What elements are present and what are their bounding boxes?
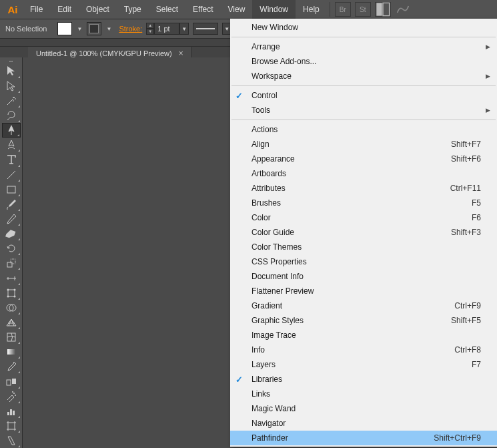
tool-eyedropper[interactable] — [2, 359, 21, 374]
stroke-weight-stepper[interactable]: ▲ ▼ 1 pt ▼ — [146, 23, 189, 35]
fill-swatch[interactable] — [57, 22, 72, 35]
tool-selection[interactable] — [2, 63, 21, 78]
menu-item-color-themes[interactable]: Color Themes — [230, 240, 497, 254]
menu-file[interactable]: File — [23, 0, 50, 19]
stroke-profile[interactable] — [193, 23, 218, 35]
menu-object[interactable]: Object — [79, 0, 117, 19]
menu-item-links[interactable]: Links — [230, 387, 497, 401]
menu-item-align[interactable]: AlignShift+F7 — [230, 137, 497, 152]
menu-item-label: Graphic Styles — [252, 316, 451, 325]
menu-item-shortcut: Ctrl+F9 — [454, 301, 481, 310]
tool-column-graph[interactable] — [2, 404, 21, 419]
close-icon[interactable]: × — [179, 49, 183, 58]
tool-symbol-sprayer[interactable] — [2, 389, 21, 404]
tool-magic-wand[interactable] — [2, 93, 21, 108]
menu-edit[interactable]: Edit — [50, 0, 79, 19]
menu-item-tools[interactable]: Tools▶ — [230, 103, 497, 118]
stroke-label[interactable]: Stroke: — [119, 25, 142, 33]
menu-item-artboards[interactable]: Artboards — [230, 166, 497, 181]
menu-item-control[interactable]: ✓Control — [230, 88, 497, 103]
menu-item-image-trace[interactable]: Image Trace — [230, 328, 497, 343]
svg-rect-14 — [7, 333, 15, 341]
tool-line[interactable] — [2, 168, 21, 182]
menu-item-label: New Window — [252, 23, 481, 32]
menu-effect[interactable]: Effect — [185, 0, 220, 19]
tool-type[interactable] — [2, 152, 21, 167]
menu-item-label: Libraries — [252, 375, 481, 384]
arrange-documents-icon[interactable] — [375, 2, 391, 17]
svg-point-10 — [7, 295, 9, 297]
menu-item-label: Gradient — [252, 301, 454, 310]
tool-rectangle[interactable] — [2, 182, 21, 197]
tool-curvature[interactable] — [2, 138, 21, 152]
menu-item-libraries[interactable]: ✓Libraries — [230, 372, 497, 387]
check-icon: ✓ — [235, 375, 243, 385]
check-icon: ✓ — [235, 91, 243, 101]
menu-item-layers[interactable]: LayersF7 — [230, 357, 497, 372]
chevron-down-icon[interactable]: ▼ — [179, 23, 189, 35]
chevron-down-icon[interactable]: ▼ — [76, 26, 83, 32]
menu-type[interactable]: Type — [117, 0, 149, 19]
menu-item-browse-add-ons-[interactable]: Browse Add-ons... — [230, 54, 497, 69]
menu-select[interactable]: Select — [149, 0, 185, 19]
tool-pencil[interactable] — [2, 212, 21, 226]
tool-artboard[interactable] — [2, 419, 21, 433]
menu-item-flattener-preview[interactable]: Flattener Preview — [230, 284, 497, 298]
tool-blend[interactable] — [2, 374, 21, 389]
tool-width[interactable] — [2, 270, 21, 285]
tool-gradient[interactable] — [2, 345, 21, 359]
tool-mesh[interactable] — [2, 330, 21, 345]
stepper-down-icon[interactable]: ▼ — [146, 29, 154, 35]
menu-item-pathfinder[interactable]: PathfinderShift+Ctrl+F9 — [230, 431, 497, 445]
menu-item-shortcut: Shift+F7 — [451, 140, 481, 149]
menu-item-appearance[interactable]: AppearanceShift+F6 — [230, 152, 497, 166]
menu-item-label: Tools — [252, 105, 481, 115]
tool-pen[interactable] — [2, 123, 21, 138]
menu-window[interactable]: Window — [252, 0, 296, 19]
stepper-up-icon[interactable]: ▲ — [146, 23, 154, 29]
svg-rect-22 — [10, 409, 12, 415]
menu-item-document-info[interactable]: Document Info — [230, 269, 497, 284]
tool-perspective-grid[interactable] — [2, 315, 21, 330]
menu-item-new-window[interactable]: New Window — [230, 20, 497, 35]
chevron-down-icon[interactable]: ▼ — [105, 26, 112, 32]
menu-item-workspace[interactable]: Workspace▶ — [230, 69, 497, 83]
stroke-swatch[interactable] — [87, 22, 101, 35]
menu-item-arrange[interactable]: Arrange▶ — [230, 39, 497, 54]
menu-item-color[interactable]: ColorF6 — [230, 210, 497, 225]
tool-shape-builder[interactable] — [2, 300, 21, 315]
menu-item-actions[interactable]: Actions — [230, 122, 497, 137]
tool-lasso[interactable] — [2, 108, 21, 123]
menu-help[interactable]: Help — [296, 0, 327, 19]
menu-item-label: Workspace — [252, 71, 481, 81]
tool-free-transform[interactable] — [2, 286, 21, 300]
tool-scale[interactable] — [2, 256, 21, 270]
gpu-preview-icon[interactable] — [395, 2, 411, 17]
tool-direct-selection[interactable] — [2, 79, 21, 93]
toolbox-grip[interactable] — [0, 59, 22, 63]
menu-view[interactable]: View — [221, 0, 253, 19]
tool-rotate[interactable] — [2, 241, 21, 256]
stroke-weight-value[interactable]: 1 pt — [154, 23, 179, 35]
menu-item-color-guide[interactable]: Color GuideShift+F3 — [230, 225, 497, 240]
tool-eraser[interactable] — [2, 226, 21, 241]
menu-item-label: Layers — [252, 360, 472, 369]
menu-item-label: Info — [252, 345, 454, 355]
tool-slice[interactable] — [2, 433, 21, 448]
menu-item-brushes[interactable]: BrushesF5 — [230, 196, 497, 210]
menu-item-graphic-styles[interactable]: Graphic StylesShift+F5 — [230, 313, 497, 328]
bridge-icon[interactable]: Br — [335, 2, 351, 17]
document-tab-label: Untitled-1 @ 100% (CMYK/GPU Preview) — [36, 49, 172, 57]
menu-item-attributes[interactable]: AttributesCtrl+F11 — [230, 181, 497, 196]
menu-item-magic-wand[interactable]: Magic Wand — [230, 401, 497, 416]
stock-icon[interactable]: St — [355, 2, 371, 17]
menu-item-css-properties[interactable]: CSS Properties — [230, 254, 497, 269]
menu-item-gradient[interactable]: GradientCtrl+F9 — [230, 298, 497, 313]
menu-item-info[interactable]: InfoCtrl+F8 — [230, 343, 497, 357]
menu-item-navigator[interactable]: Navigator — [230, 416, 497, 431]
svg-rect-7 — [8, 290, 15, 296]
separator — [231, 85, 496, 86]
separator — [330, 2, 330, 17]
menu-item-label: Color — [252, 213, 472, 222]
tool-paintbrush[interactable] — [2, 197, 21, 212]
